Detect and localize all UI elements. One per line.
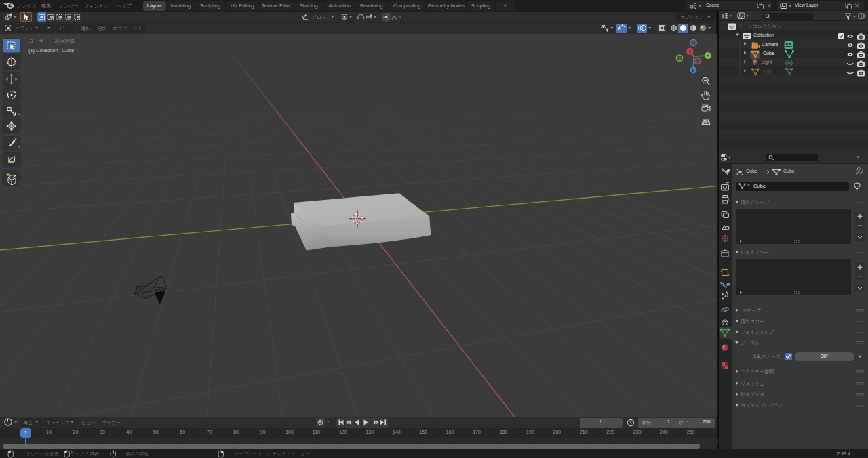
svg-text:(1) Collection | Cube: (1) Collection | Cube — [28, 47, 74, 54]
svg-text:Z: Z — [692, 68, 695, 72]
svg-text:X: X — [688, 49, 691, 54]
svg-text:Y: Y — [707, 54, 709, 58]
